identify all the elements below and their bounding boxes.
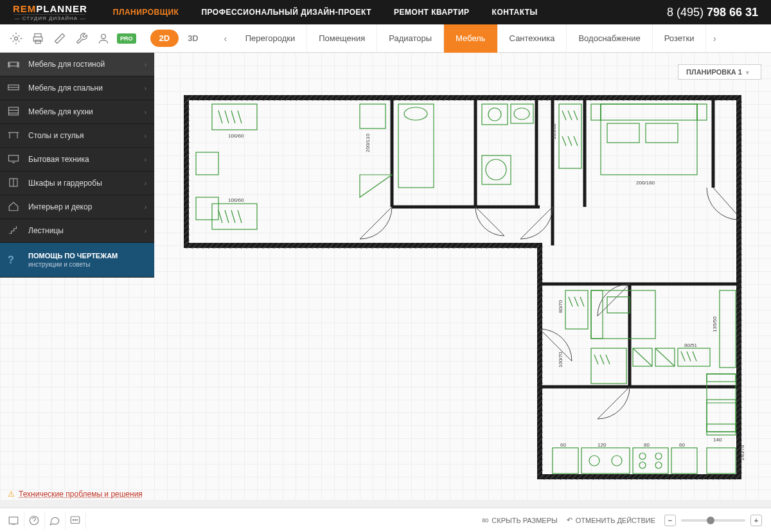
footer: 80 СКРЫТЬ РАЗМЕРЫ ↶ ОТМЕНИТЬ ДЕЙСТВИЕ − … [0, 508, 771, 532]
chevron-right-icon: › [145, 204, 146, 211]
svg-point-81 [639, 453, 646, 459]
svg-rect-34 [196, 197, 218, 220]
undo-icon: ↶ [567, 516, 572, 524]
print-icon[interactable] [30, 30, 46, 47]
svg-rect-1 [35, 33, 41, 37]
svg-text:100/60: 100/60 [228, 133, 244, 139]
view-3d-button[interactable]: 3D [179, 30, 208, 47]
svg-rect-29 [212, 104, 257, 130]
tools-icon[interactable] [73, 30, 90, 47]
svg-rect-71 [707, 424, 736, 432]
svg-text:120: 120 [598, 442, 607, 448]
svg-rect-39 [482, 104, 508, 125]
svg-text:80/70: 80/70 [558, 299, 563, 313]
sidebar-item-label: Мебель для гостиной [28, 60, 145, 69]
svg-rect-53 [697, 104, 707, 120]
zoom-out-button[interactable]: − [664, 515, 676, 526]
svg-rect-48 [601, 104, 697, 120]
logo[interactable]: REMPLANNER — СТУДИЯ ДИЗАЙНА — [0, 3, 100, 21]
svg-rect-3 [35, 40, 40, 43]
sidebar-item-bedroom[interactable]: Мебель для спальни › [0, 76, 154, 100]
tab-water-supply[interactable]: Водоснабжение [567, 24, 652, 53]
tabs-next-icon[interactable]: › [706, 33, 723, 44]
sidebar-item-appliances[interactable]: Бытовая техника › [0, 148, 154, 172]
chat-icon[interactable] [48, 511, 66, 529]
svg-rect-106 [9, 517, 18, 524]
tab-plumbing[interactable]: Сантехника [498, 24, 567, 53]
nav-renovation[interactable]: РЕМОНТ КВАРТИР [394, 8, 470, 17]
header: REMPLANNER — СТУДИЯ ДИЗАЙНА — ПЛАНИРОВЩИ… [0, 0, 771, 24]
svg-line-23 [475, 207, 504, 236]
svg-rect-76 [581, 448, 630, 474]
svg-rect-38 [360, 104, 386, 129]
feedback-icon[interactable] [68, 511, 86, 529]
monitor-icon [8, 154, 23, 165]
zoom-in-button[interactable]: + [750, 515, 762, 526]
svg-rect-10 [540, 474, 739, 480]
nav-contacts[interactable]: КОНТАКТЫ [492, 8, 538, 17]
nav-design-project[interactable]: ПРОФЕССИОНАЛЬНЫЙ ДИЗАЙН-ПРОЕКТ [201, 8, 371, 17]
chevron-right-icon: › [145, 180, 146, 187]
tab-rooms[interactable]: Помещения [307, 24, 377, 53]
svg-rect-8 [186, 243, 540, 249]
logo-rem: REM [13, 3, 36, 14]
help-icon[interactable] [27, 511, 45, 529]
tab-sockets[interactable]: Розетки [653, 24, 707, 53]
fullscreen-icon[interactable] [6, 511, 24, 529]
sidebar-item-tables[interactable]: Столы и стулья › [0, 124, 154, 148]
svg-text:100/60: 100/60 [228, 197, 244, 203]
sidebar-item-label: Бытовая техника [28, 155, 145, 164]
svg-rect-67 [678, 348, 710, 366]
question-icon: ? [8, 254, 23, 266]
tab-partitions[interactable]: Перегородки [234, 24, 307, 53]
sidebar-item-label: Шкафы и гардеробы [28, 179, 145, 188]
user-icon[interactable] [95, 30, 112, 47]
svg-point-109 [73, 519, 74, 520]
view-2d-button[interactable]: 2D [150, 30, 179, 47]
sidebar-item-label: Интерьер и декор [28, 202, 145, 211]
tabs-prev-icon[interactable]: ‹ [217, 33, 234, 44]
svg-rect-49 [607, 123, 639, 143]
view-toggle: 2D 3D [150, 30, 208, 47]
sidebar-item-wardrobes[interactable]: Шкафы и гардеробы › [0, 172, 154, 195]
svg-text:200/110: 200/110 [365, 134, 371, 152]
zoom-slider[interactable] [681, 519, 745, 522]
svg-point-36 [404, 107, 427, 120]
settings-icon[interactable] [8, 30, 24, 47]
svg-line-66 [655, 348, 675, 366]
tab-furniture[interactable]: Мебель [444, 24, 498, 53]
svg-text:140/76: 140/76 [740, 445, 745, 461]
logo-planner: PLANNER [36, 3, 87, 14]
toolbar: PRO 2D 3D ‹ Перегородки Помещения Радиат… [0, 24, 771, 53]
pro-badge[interactable]: PRO [117, 33, 136, 44]
tech-issues-anchor[interactable]: Технические проблемы и решения [19, 490, 143, 499]
sidebar-item-kitchen[interactable]: Мебель для кухни › [0, 100, 154, 124]
dimension-icon: 80 [482, 517, 488, 524]
svg-text:80: 80 [644, 442, 650, 448]
sidebar-item-living-room[interactable]: Мебель для гостиной › [0, 53, 154, 76]
ruler-icon[interactable] [51, 30, 68, 47]
svg-text:200/180: 200/180 [636, 180, 655, 186]
svg-rect-47 [601, 104, 697, 175]
phone-number: 8 (495) 798 66 31 [667, 6, 771, 19]
svg-rect-57 [565, 290, 588, 329]
hide-sizes-button[interactable]: 80 СКРЫТЬ РАЗМЕРЫ [482, 517, 557, 524]
tab-radiators[interactable]: Радиаторы [377, 24, 444, 53]
sidebar-item-stairs[interactable]: Лестницы › [0, 219, 154, 243]
tech-issues-link: ⚠ Технические проблемы и решения [8, 490, 143, 499]
nav-planner[interactable]: ПЛАНИРОВЩИК [113, 8, 179, 17]
sidebar-help[interactable]: ? ПОМОЩЬ ПО ЧЕРТЕЖАМ инструкции и советы [0, 243, 154, 278]
main-nav: ПЛАНИРОВЩИК ПРОФЕССИОНАЛЬНЫЙ ДИЗАЙН-ПРОЕ… [113, 8, 538, 17]
plan-selector[interactable]: ПЛАНИРОВКА 1 [678, 64, 761, 80]
svg-rect-59 [720, 290, 736, 368]
sidebar-item-decor[interactable]: Интерьер и декор › [0, 195, 154, 219]
svg-point-82 [655, 453, 662, 459]
floorplan-drawing[interactable]: .wall{stroke:#1a1a1a;stroke-width:8;fill… [180, 91, 758, 490]
svg-rect-54 [591, 290, 655, 339]
chevron-right-icon: › [145, 132, 146, 139]
svg-rect-96 [9, 107, 19, 115]
bed-icon [8, 83, 23, 94]
svg-rect-74 [553, 448, 578, 474]
undo-button[interactable]: ↶ ОТМЕНИТЬ ДЕЙСТВИЕ [567, 516, 655, 524]
svg-rect-9 [537, 245, 543, 477]
